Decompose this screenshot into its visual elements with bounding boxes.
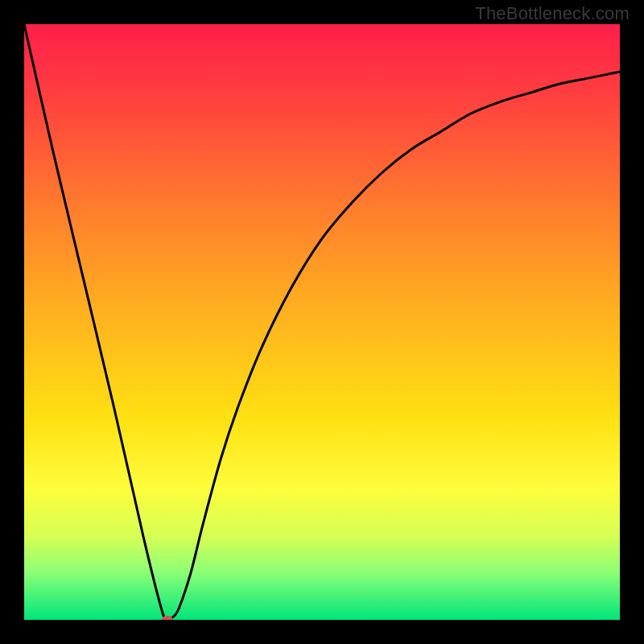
watermark-text: TheBottleneck.com (475, 3, 630, 24)
chart-stage: TheBottleneck.com (0, 0, 644, 644)
optimal-point-marker (162, 616, 173, 620)
bottleneck-curve (24, 24, 620, 620)
plot-area (24, 24, 620, 620)
